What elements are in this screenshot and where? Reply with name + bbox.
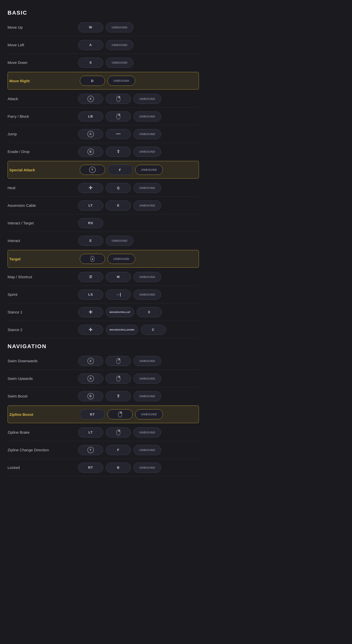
binding-row-stance-2[interactable]: Stance 2✛MOUSESCROLLDOWNC [8,321,199,339]
binding-btn[interactable]: UNBOUND [106,236,133,246]
binding-btn[interactable]: F [106,445,131,455]
binding-row-locked[interactable]: LockedRTBUNBOUND [8,459,199,476]
binding-btn[interactable]: UNBOUND [108,76,135,86]
action-label-heal: Heal [8,186,78,190]
bindings-area-move-right: DUNBOUND [80,76,197,86]
binding-btn[interactable]: LS [78,290,103,300]
action-label-sprint: Sprint [8,292,78,297]
binding-btn[interactable]: B [78,147,103,157]
binding-btn[interactable]: LT [78,200,103,211]
binding-btn[interactable]: UNBOUND [133,111,161,122]
binding-row-zipline-boost[interactable]: Zipline BoostRTUNBOUND [8,406,199,423]
bindings-area-attack: XUNBOUND [78,94,199,104]
binding-btn[interactable]: UNBOUND [133,94,161,104]
binding-row-swim-boost[interactable]: Swim BoostB⇧UNBOUND [8,387,199,405]
action-label-move-right: Move Right [9,79,80,83]
binding-row-interact-target[interactable]: Interact / TargetRS [8,214,199,232]
bindings-area-move-up: WUNBOUND [78,22,199,32]
binding-row-map-shortcut[interactable]: Map / Shortcut☰MUNBOUND [8,268,199,286]
binding-btn[interactable]: →| [106,290,131,300]
binding-btn[interactable]: B [78,391,103,401]
action-label-special-attack: Special Attack [9,168,80,172]
binding-btn[interactable]: RT [80,409,105,419]
binding-btn[interactable]: UNBOUND [133,427,161,437]
binding-btn[interactable]: UNBOUND [133,129,161,139]
bindings-area-interact-target: RS [78,218,199,228]
binding-row-move-left[interactable]: Move LeftAUNBOUND [8,36,199,54]
action-label-locked: Locked [8,465,78,470]
binding-btn[interactable]: UNBOUND [133,374,161,384]
binding-btn[interactable]: UNBOUND [106,40,133,50]
binding-btn[interactable]: E [106,200,131,211]
binding-btn[interactable]: S [78,58,103,68]
binding-btn[interactable]: UNBOUND [133,183,161,193]
binding-btn[interactable]: Q [106,183,131,193]
binding-btn[interactable]: UNBOUND [133,463,161,473]
binding-row-interact[interactable]: InteractEUNBOUND [8,232,199,250]
binding-row-evade-drop[interactable]: Evade / DropB⇧UNBOUND [8,143,199,160]
bindings-area-map-shortcut: ☰MUNBOUND [78,272,199,282]
binding-row-move-down[interactable]: Move DownSUNBOUND [8,54,199,71]
binding-row-attack[interactable]: AttackXUNBOUND [8,90,199,108]
binding-btn[interactable]: A [78,40,103,50]
binding-row-zipline-change-direction[interactable]: Zipline Change DirectionYFUNBOUND [8,441,199,459]
binding-btn[interactable]: X [78,356,103,366]
binding-row-swim-upwards[interactable]: Swim UpwardsAUNBOUND [8,370,199,387]
binding-btn[interactable]: UNBOUND [135,409,163,419]
binding-row-move-up[interactable]: Move UpWUNBOUND [8,19,199,36]
action-label-zipline-brake: Zipline Brake [8,430,78,434]
binding-btn[interactable]: A [78,374,103,384]
binding-row-move-right[interactable]: Move RightDUNBOUND [8,72,199,90]
binding-btn[interactable]: UNBOUND [133,445,161,455]
action-label-stance-2: Stance 2 [8,328,78,332]
binding-btn[interactable]: ✛ [78,307,103,317]
binding-btn[interactable]: C [141,325,166,335]
binding-row-sprint[interactable]: SprintLS→|UNBOUND [8,286,199,303]
binding-btn[interactable]: ☰ [78,272,103,282]
binding-btn[interactable]: UNBOUND [108,254,135,264]
binding-row-target[interactable]: TargetUNBOUND [8,250,199,268]
binding-btn[interactable]: Y [78,445,103,455]
action-label-zipline-change-direction: Zipline Change Direction [8,448,78,452]
binding-btn[interactable]: LB [78,111,103,122]
binding-btn[interactable]: M [106,272,131,282]
binding-btn[interactable]: UNBOUND [133,356,161,366]
binding-btn[interactable]: ✛ [78,183,103,193]
action-label-parry-block: Parry / Block [8,114,78,118]
binding-row-ascension-cable[interactable]: Ascension CableLTEUNBOUND [8,197,199,214]
binding-row-stance-1[interactable]: Stance 1✛MOUSESCROLLUPX [8,303,199,321]
binding-btn[interactable]: ⇧ [106,147,131,157]
binding-btn[interactable]: B [106,463,131,473]
binding-row-special-attack[interactable]: Special AttackYFUNBOUND [8,161,199,179]
binding-btn[interactable]: ⸻ [106,129,131,139]
binding-btn[interactable]: Y [80,165,105,175]
binding-row-parry-block[interactable]: Parry / BlockLBUNBOUND [8,108,199,125]
binding-btn[interactable]: A [78,129,103,139]
binding-btn[interactable]: UNBOUND [133,290,161,300]
binding-btn[interactable]: MOUSESCROLLDOWN [106,325,138,335]
binding-btn[interactable]: UNBOUND [106,22,133,32]
binding-btn[interactable]: UNBOUND [133,200,161,211]
bindings-area-special-attack: YFUNBOUND [80,165,197,175]
binding-btn[interactable]: UNBOUND [133,147,161,157]
binding-btn[interactable]: W [78,22,103,32]
binding-btn[interactable]: UNBOUND [133,272,161,282]
binding-btn[interactable]: RS [78,218,103,228]
binding-btn[interactable]: ✛ [78,325,103,335]
binding-btn[interactable]: MOUSESCROLLUP [106,307,134,317]
binding-btn[interactable]: X [78,94,103,104]
binding-row-heal[interactable]: Heal✛QUNBOUND [8,179,199,197]
binding-btn[interactable]: X [137,307,162,317]
binding-btn[interactable]: F [108,165,133,175]
binding-row-jump[interactable]: JumpA⸻UNBOUND [8,125,199,143]
binding-btn[interactable]: UNBOUND [135,165,163,175]
binding-btn[interactable]: LT [78,427,103,437]
binding-btn[interactable]: RT [78,463,103,473]
binding-btn[interactable]: ⇧ [106,391,131,401]
binding-btn[interactable]: D [80,76,105,86]
binding-btn[interactable]: E [78,236,103,246]
binding-btn[interactable]: UNBOUND [106,58,133,68]
binding-row-swim-downwards[interactable]: Swim DownwardsXUNBOUND [8,352,199,370]
binding-btn[interactable]: UNBOUND [133,391,161,401]
binding-row-zipline-brake[interactable]: Zipline BrakeLTUNBOUND [8,424,199,441]
